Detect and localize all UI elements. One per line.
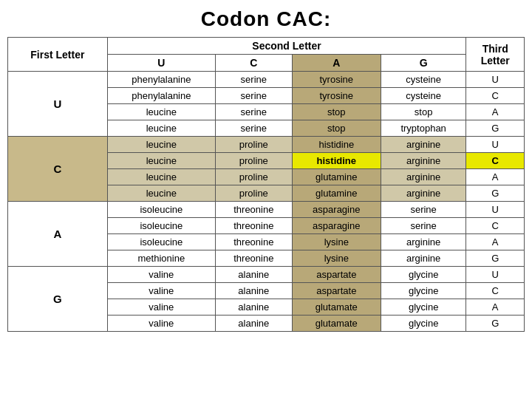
cell-G-4-c: alanine bbox=[216, 316, 293, 332]
third-letter-U-G: G bbox=[466, 120, 525, 137]
cell-A-3-c: threonine bbox=[216, 234, 293, 250]
first-letter-g: G bbox=[8, 267, 108, 332]
third-letter-C-G: G bbox=[466, 185, 525, 202]
cell-C-4-u: leucine bbox=[107, 185, 215, 202]
cell-C-1-u: leucine bbox=[107, 137, 215, 153]
cell-A-3-g: arginine bbox=[381, 234, 466, 250]
cell-C-2-u: leucine bbox=[107, 153, 215, 169]
cell-G-2-a: aspartate bbox=[292, 283, 381, 299]
col-header-g: G bbox=[381, 55, 466, 72]
third-letter-G-C: C bbox=[466, 283, 525, 299]
cell-A-1-a: asparagine bbox=[292, 202, 381, 218]
cell-C-2-c: proline bbox=[216, 153, 293, 169]
third-letter-G-A: A bbox=[466, 299, 525, 316]
header-second-letter: Second Letter bbox=[107, 38, 466, 55]
cell-A-4-g: arginine bbox=[381, 250, 466, 267]
cell-C-1-g: arginine bbox=[381, 137, 466, 153]
cell-C-1-c: proline bbox=[216, 137, 293, 153]
cell-C-3-u: leucine bbox=[107, 169, 215, 185]
cell-U-1-a: tyrosine bbox=[292, 72, 381, 88]
cell-A-4-a: lysine bbox=[292, 250, 381, 267]
cell-G-2-u: valine bbox=[107, 283, 215, 299]
third-letter-C-C: C bbox=[466, 153, 525, 169]
cell-C-1-a: histidine bbox=[292, 137, 381, 153]
third-letter-A-U: U bbox=[466, 202, 525, 218]
cell-G-2-g: glycine bbox=[381, 283, 466, 299]
cell-C-2-g: arginine bbox=[381, 153, 466, 169]
col-header-a: A bbox=[292, 55, 381, 72]
cell-U-2-g: cysteine bbox=[381, 88, 466, 104]
cell-U-4-g: tryptophan bbox=[381, 120, 466, 137]
cell-G-4-g: glycine bbox=[381, 316, 466, 332]
cell-A-3-a: lysine bbox=[292, 234, 381, 250]
third-letter-C-A: A bbox=[466, 169, 525, 185]
cell-C-4-c: proline bbox=[216, 185, 293, 202]
first-letter-a: A bbox=[8, 202, 108, 267]
cell-A-2-g: serine bbox=[381, 218, 466, 234]
cell-A-1-c: threonine bbox=[216, 202, 293, 218]
cell-C-4-a: glutamine bbox=[292, 185, 381, 202]
cell-U-4-c: serine bbox=[216, 120, 293, 137]
cell-C-3-c: proline bbox=[216, 169, 293, 185]
title-suffix: : bbox=[324, 7, 331, 30]
title-codon: CAC bbox=[276, 7, 324, 30]
page-title: Codon CAC: bbox=[201, 7, 331, 31]
cell-A-1-g: serine bbox=[381, 202, 466, 218]
cell-G-1-a: aspartate bbox=[292, 267, 381, 283]
cell-A-2-a: asparagine bbox=[292, 218, 381, 234]
third-letter-G-G: G bbox=[466, 316, 525, 332]
cell-G-3-a: glutamate bbox=[292, 299, 381, 316]
cell-A-1-u: isoleucine bbox=[107, 202, 215, 218]
cell-U-2-a: tyrosine bbox=[292, 88, 381, 104]
cell-U-3-a: stop bbox=[292, 104, 381, 120]
col-header-c: C bbox=[216, 55, 293, 72]
cell-U-1-c: serine bbox=[216, 72, 293, 88]
cell-A-3-u: isoleucine bbox=[107, 234, 215, 250]
header-third-letter: ThirdLetter bbox=[466, 38, 525, 72]
third-letter-C-U: U bbox=[466, 137, 525, 153]
third-letter-U-A: A bbox=[466, 104, 525, 120]
cell-G-4-u: valine bbox=[107, 316, 215, 332]
header-first-letter: First Letter bbox=[8, 38, 108, 72]
third-letter-U-U: U bbox=[466, 72, 525, 88]
cell-G-1-c: alanine bbox=[216, 267, 293, 283]
cell-A-2-c: threonine bbox=[216, 218, 293, 234]
first-letter-c: C bbox=[8, 137, 108, 202]
cell-C-3-a: glutamine bbox=[292, 169, 381, 185]
cell-A-4-u: methionine bbox=[107, 250, 215, 267]
codon-table-wrapper: First Letter Second Letter ThirdLetter U… bbox=[7, 37, 525, 332]
codon-table: First Letter Second Letter ThirdLetter U… bbox=[7, 37, 525, 332]
cell-G-1-g: glycine bbox=[381, 267, 466, 283]
cell-G-3-g: glycine bbox=[381, 299, 466, 316]
cell-G-1-u: valine bbox=[107, 267, 215, 283]
cell-A-4-c: threonine bbox=[216, 250, 293, 267]
cell-U-4-u: leucine bbox=[107, 120, 215, 137]
cell-G-4-a: glutamate bbox=[292, 316, 381, 332]
cell-U-3-g: stop bbox=[381, 104, 466, 120]
cell-C-2-a: histidine bbox=[292, 153, 381, 169]
cell-G-3-u: valine bbox=[107, 299, 215, 316]
cell-U-3-c: serine bbox=[216, 104, 293, 120]
third-letter-U-C: C bbox=[466, 88, 525, 104]
third-letter-G-U: U bbox=[466, 267, 525, 283]
cell-A-2-u: isoleucine bbox=[107, 218, 215, 234]
third-letter-A-G: G bbox=[466, 250, 525, 267]
cell-U-1-u: phenylalanine bbox=[107, 72, 215, 88]
cell-C-4-g: arginine bbox=[381, 185, 466, 202]
third-letter-A-C: C bbox=[466, 218, 525, 234]
col-header-u: U bbox=[107, 55, 215, 72]
cell-U-4-a: stop bbox=[292, 120, 381, 137]
cell-G-3-c: alanine bbox=[216, 299, 293, 316]
cell-G-2-c: alanine bbox=[216, 283, 293, 299]
cell-U-2-c: serine bbox=[216, 88, 293, 104]
title-prefix: Codon bbox=[201, 7, 276, 30]
third-letter-A-A: A bbox=[466, 234, 525, 250]
cell-U-3-u: leucine bbox=[107, 104, 215, 120]
cell-U-1-g: cysteine bbox=[381, 72, 466, 88]
cell-C-3-g: arginine bbox=[381, 169, 466, 185]
cell-U-2-u: phenylalanine bbox=[107, 88, 215, 104]
first-letter-u: U bbox=[8, 72, 108, 137]
